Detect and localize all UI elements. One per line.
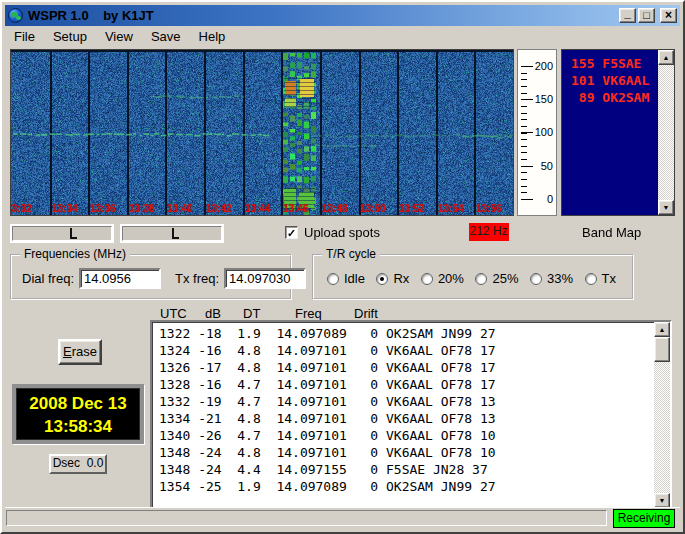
frequency-ruler: 200 150 100 50 0 (517, 49, 557, 216)
waterfall-display[interactable]: 13:32 13:34 13:36 13:38 13:40 13:42 13:4… (10, 49, 514, 216)
slider-thumb[interactable] (70, 228, 77, 239)
clock-date: 2008 Dec 13 (16, 392, 140, 415)
tr-cycle-option-25[interactable]: 25% (475, 271, 518, 286)
erase-accesskey: E (63, 344, 72, 359)
waterfall-timestamp: 13:54 (438, 203, 464, 214)
dsec-button[interactable]: Dsec 0.0 (49, 454, 107, 474)
close-button[interactable]: × (660, 8, 677, 23)
band-map-text[interactable]: 155 F5SAE 101 VK6AAL 89 OK2SAM (562, 55, 657, 106)
erase-button[interactable]: Erase (58, 339, 102, 365)
tr-cycle-option-33[interactable]: 33% (530, 271, 573, 286)
spots-header-drift: Drift (354, 306, 378, 321)
wspr-window: WSPR 1.0 by K1JT _ □ × File Setup View S… (0, 0, 685, 534)
menu-item-save[interactable]: Save (142, 27, 190, 47)
upload-spots-checkbox[interactable]: ✓ (285, 226, 298, 239)
minimize-button[interactable]: _ (619, 8, 636, 23)
ruler-label: 100 (535, 126, 553, 138)
waterfall-timestamp: 13:42 (206, 203, 232, 214)
tx-freq-input[interactable] (224, 268, 306, 289)
dial-freq-label: Dial freq: (22, 271, 74, 286)
tr-cycle-option-tx[interactable]: Tx (585, 271, 616, 286)
tr-cycle-group-label: T/R cycle (322, 247, 380, 261)
radio-label: Idle (344, 271, 365, 286)
erase-label-rest: rase (72, 344, 97, 359)
spots-header-utc: UTC (160, 306, 187, 321)
scrollbar-thumb[interactable] (654, 337, 670, 362)
tx-freq-label: Tx freq: (175, 271, 219, 286)
tr-cycle-option-idle[interactable]: Idle (327, 271, 365, 286)
spots-header-freq: Freq (295, 306, 322, 321)
ruler-label: 150 (535, 93, 553, 105)
window-title: WSPR 1.0 by K1JT (28, 8, 619, 23)
band-map-title: Band Map (582, 225, 641, 240)
dial-freq-input[interactable] (79, 268, 161, 289)
band-map-scrollbar[interactable]: ▲ ▼ (658, 50, 674, 215)
waterfall-gain-slider[interactable] (10, 224, 114, 243)
ruler-major-ticks (521, 66, 533, 201)
waterfall-timestamp: 13:46 (283, 203, 309, 214)
frequencies-group: Frequencies (MHz) Dial freq: Tx freq: (10, 254, 292, 300)
clock-display: 2008 Dec 13 13:58:34 (12, 384, 144, 444)
spots-header-db: dB (205, 306, 221, 321)
spots-list-text[interactable]: 1322 -18 1.9 14.097089 0 OK2SAM JN99 27 … (159, 325, 652, 506)
spots-scrollbar[interactable]: ▲ ▼ (654, 322, 670, 508)
waterfall-timestamp: 13:48 (322, 203, 348, 214)
radio-icon[interactable] (421, 273, 433, 285)
ruler-label: 50 (541, 160, 553, 172)
ruler-label: 0 (547, 193, 553, 205)
status-message-panel (6, 510, 607, 526)
scroll-up-icon[interactable]: ▲ (654, 322, 670, 337)
waterfall-timestamp: 13:34 (52, 203, 78, 214)
status-bar: Receiving (5, 507, 680, 529)
upload-spots-label: Upload spots (304, 225, 380, 240)
ruler-label: 200 (535, 60, 553, 72)
tr-cycle-option-rx[interactable]: Rx (376, 271, 409, 286)
tr-cycle-option-20[interactable]: 20% (421, 271, 464, 286)
menu-item-help[interactable]: Help (190, 27, 235, 47)
menu-bar: File Setup View Save Help (5, 26, 680, 47)
menu-item-setup[interactable]: Setup (44, 27, 96, 47)
scroll-down-icon[interactable]: ▼ (654, 493, 670, 508)
radio-icon[interactable] (585, 273, 597, 285)
waterfall-canvas (11, 50, 513, 215)
radio-label: Tx (602, 271, 616, 286)
radio-icon[interactable] (475, 273, 487, 285)
radio-label: 25% (492, 271, 518, 286)
app-globe-icon[interactable] (8, 8, 23, 23)
waterfall-timestamp: 13:50 (360, 203, 386, 214)
waterfall-timestamp: 13:40 (167, 203, 193, 214)
slider-trough[interactable] (12, 226, 112, 241)
radio-label: Rx (393, 271, 409, 286)
radio-icon[interactable] (376, 273, 388, 285)
spots-header-dt: DT (243, 306, 260, 321)
tr-cycle-group: T/R cycle Idle Rx 20% 25% 33% Tx (312, 254, 634, 300)
radio-label: 20% (438, 271, 464, 286)
status-badge: Receiving (613, 509, 675, 528)
menu-item-view[interactable]: View (96, 27, 142, 47)
band-map-panel[interactable]: 155 F5SAE 101 VK6AAL 89 OK2SAM ▲ ▼ (561, 49, 675, 216)
waterfall-timestamp: 13:36 (90, 203, 116, 214)
waterfall-timestamp: 13:38 (129, 203, 155, 214)
maximize-button[interactable]: □ (638, 8, 655, 23)
slider-trough[interactable] (122, 226, 222, 241)
radio-icon[interactable] (327, 273, 339, 285)
waterfall-timestamp: 13:52 (399, 203, 425, 214)
scroll-up-icon[interactable]: ▲ (658, 50, 674, 65)
spots-list[interactable]: 1322 -18 1.9 14.097089 0 OK2SAM JN99 27 … (150, 320, 672, 510)
waterfall-timestamp: 13:56 (476, 203, 502, 214)
waterfall-contrast-slider[interactable] (120, 224, 224, 243)
radio-label: 33% (547, 271, 573, 286)
radio-icon[interactable] (530, 273, 542, 285)
frequencies-group-label: Frequencies (MHz) (20, 247, 130, 261)
clock-time: 13:58:34 (16, 415, 140, 438)
slider-thumb[interactable] (172, 228, 179, 239)
bandwidth-badge: 212 Hz (469, 223, 509, 241)
title-bar[interactable]: WSPR 1.0 by K1JT _ □ × (5, 5, 680, 26)
upload-spots-control[interactable]: ✓ Upload spots (285, 225, 380, 240)
waterfall-timestamp: 13:44 (245, 203, 271, 214)
waterfall-timestamp: 13:32 (10, 203, 32, 214)
menu-item-file[interactable]: File (5, 27, 44, 47)
scroll-down-icon[interactable]: ▼ (658, 200, 674, 215)
